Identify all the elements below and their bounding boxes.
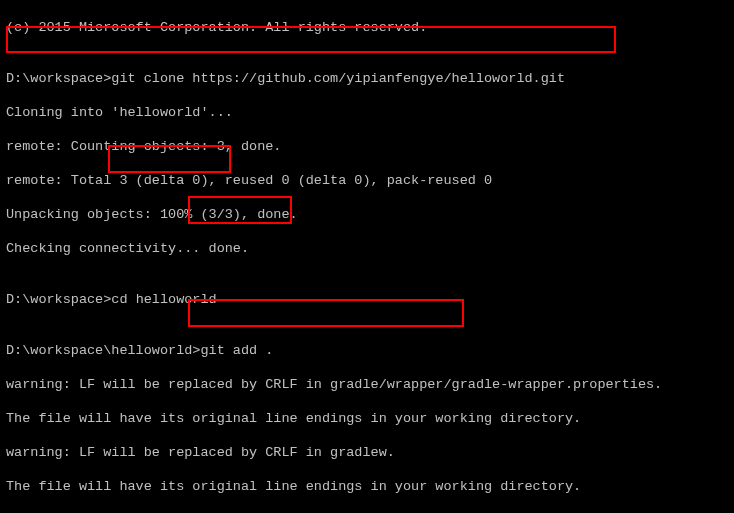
output-line: (c) 2015 Microsoft Corporation. All righ… <box>6 19 728 36</box>
output-line: remote: Total 3 (delta 0), reused 0 (del… <box>6 172 728 189</box>
prompt: D:\workspace> <box>6 292 111 307</box>
output-line: warning: LF will be replaced by CRLF in … <box>6 444 728 461</box>
prompt: D:\workspace\helloworld> <box>6 343 200 358</box>
output-line: The file will have its original line end… <box>6 410 728 427</box>
output-line: Cloning into 'helloworld'... <box>6 104 728 121</box>
command-git-add: git add . <box>200 343 273 358</box>
output-line: warning: LF will be replaced by CRLF in … <box>6 376 728 393</box>
terminal[interactable]: (c) 2015 Microsoft Corporation. All righ… <box>0 0 734 513</box>
output-line: Unpacking objects: 100% (3/3), done. <box>6 206 728 223</box>
prompt: D:\workspace> <box>6 71 111 86</box>
command-cd: cd helloworld <box>111 292 216 307</box>
output-line: remote: Counting objects: 3, done. <box>6 138 728 155</box>
command-line: D:\workspace\helloworld>git add . <box>6 342 728 359</box>
command-line: D:\workspace>cd helloworld <box>6 291 728 308</box>
command-git-clone: git clone https://github.com/yipianfengy… <box>111 71 565 86</box>
command-line: D:\workspace>git clone https://github.co… <box>6 70 728 87</box>
output-line: Checking connectivity... done. <box>6 240 728 257</box>
output-line: The file will have its original line end… <box>6 478 728 495</box>
